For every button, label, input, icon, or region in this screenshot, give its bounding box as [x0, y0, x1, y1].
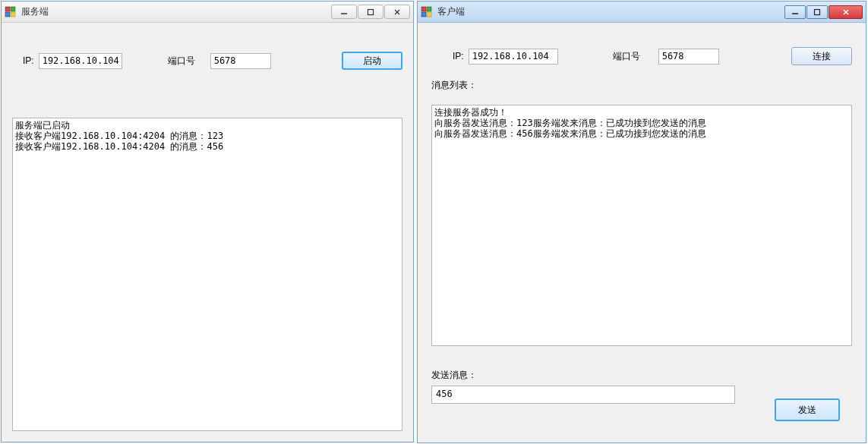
maximize-button[interactable] [358, 5, 383, 19]
svg-rect-13 [815, 9, 820, 14]
client-send-input[interactable] [431, 386, 735, 404]
client-ip-input[interactable] [469, 49, 558, 65]
app-icon [5, 6, 17, 18]
svg-rect-8 [421, 7, 426, 11]
svg-rect-0 [5, 7, 10, 11]
client-port-input[interactable] [658, 49, 719, 65]
server-ip-label: IP: [23, 55, 34, 66]
server-title: 服务端 [21, 5, 331, 18]
client-send-button[interactable]: 发送 [775, 398, 840, 421]
client-msglist-label: 消息列表： [431, 79, 852, 92]
close-button[interactable] [829, 5, 863, 19]
server-log[interactable]: 服务端已启动 接收客户端192.168.10.104:4204 的消息：123 … [12, 118, 402, 431]
client-port-label: 端口号 [613, 50, 640, 63]
svg-rect-5 [368, 9, 374, 14]
svg-rect-9 [427, 7, 431, 11]
svg-rect-1 [11, 7, 15, 11]
client-titlebar[interactable]: 客户端 [418, 2, 866, 23]
svg-rect-10 [421, 12, 426, 17]
client-ip-label: IP: [453, 51, 464, 61]
client-send-label: 发送消息： [431, 369, 477, 382]
client-msglist[interactable]: 连接服务器成功！ 向服务器发送消息：123服务端发来消息：已成功接到您发送的消息… [431, 105, 852, 346]
client-connect-button[interactable]: 连接 [791, 47, 852, 65]
server-window: 服务端 IP: 端口号 启动 服务端已启动 接收客户端192.168.10.10… [1, 1, 414, 442]
svg-rect-11 [427, 12, 431, 17]
maximize-button[interactable] [806, 5, 828, 19]
server-client-area: IP: 端口号 启动 服务端已启动 接收客户端192.168.10.104:42… [2, 23, 413, 442]
client-title: 客户端 [437, 5, 784, 18]
server-port-label: 端口号 [168, 55, 195, 68]
client-window-controls [784, 5, 863, 19]
server-window-controls [331, 5, 410, 19]
close-button[interactable] [384, 5, 410, 19]
server-start-button[interactable]: 启动 [342, 52, 402, 70]
app-icon [421, 6, 433, 18]
svg-rect-2 [5, 12, 10, 17]
client-window: 客户端 IP: 端口号 连接 消息列表： 连接服务器成功！ 向服务器发送消息：1… [417, 1, 866, 443]
client-client-area: IP: 端口号 连接 消息列表： 连接服务器成功！ 向服务器发送消息：123服务… [418, 23, 866, 442]
server-ip-input[interactable] [39, 53, 122, 69]
server-port-input[interactable] [210, 53, 271, 69]
minimize-button[interactable] [784, 5, 806, 19]
server-titlebar[interactable]: 服务端 [2, 2, 413, 23]
svg-rect-3 [11, 12, 15, 17]
minimize-button[interactable] [331, 5, 357, 19]
